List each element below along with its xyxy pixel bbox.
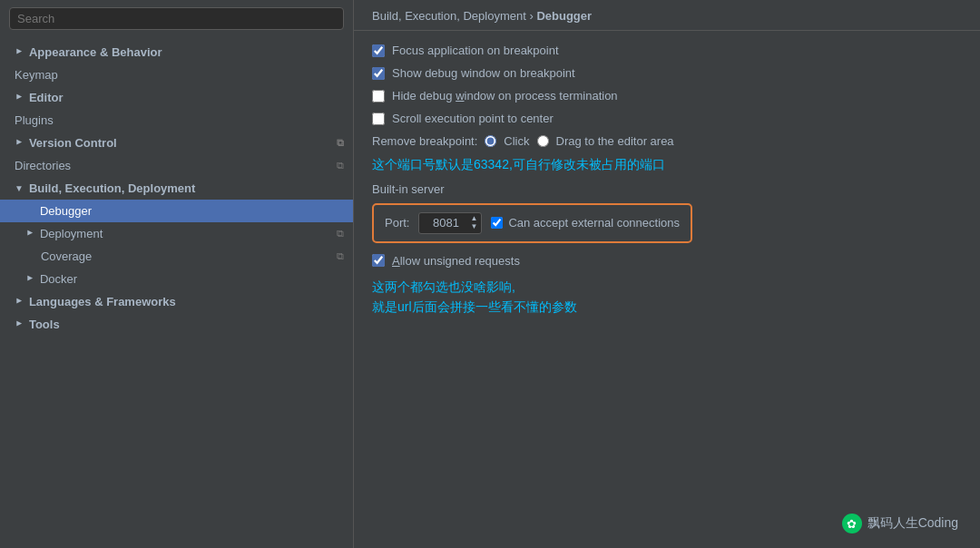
copy-icon: ⧉ bbox=[337, 250, 344, 262]
allow-unsigned-checkbox[interactable] bbox=[372, 254, 385, 267]
port-spinner: ▲ ▼ bbox=[470, 215, 477, 231]
remove-bp-click-radio[interactable] bbox=[485, 135, 496, 147]
sidebar-item-debugger[interactable]: ▼ Debugger bbox=[0, 200, 353, 222]
sidebar-item-deployment[interactable]: ▼ Deployment ⧉ bbox=[0, 222, 353, 245]
checkbox-hide-debug: Hide debug window on process termination bbox=[372, 89, 962, 103]
checkbox-allow-unsigned: Allow unsigned requests bbox=[372, 254, 962, 268]
port-row: Port: ▲ ▼ Can accept external connection… bbox=[372, 203, 692, 243]
search-bar bbox=[0, 0, 353, 37]
arrow-icon: ▼ bbox=[14, 297, 24, 306]
arrow-icon: ▼ bbox=[24, 274, 34, 283]
sidebar-item-appearance[interactable]: ▼ Appearance & Behavior bbox=[0, 41, 353, 64]
can-accept-checkbox[interactable] bbox=[491, 217, 503, 229]
remove-breakpoint-row: Remove breakpoint: Click Drag to the edi… bbox=[372, 134, 962, 148]
hide-debug-checkbox[interactable] bbox=[372, 90, 385, 103]
copy-icon: ⧉ bbox=[337, 228, 344, 240]
arrow-icon: ▼ bbox=[14, 138, 24, 147]
sidebar-item-version-control[interactable]: ▼ Version Control ⧉ bbox=[0, 132, 353, 154]
copy-icon: ⧉ bbox=[337, 160, 344, 171]
watermark: ✿ 飘码人生Coding bbox=[842, 514, 958, 533]
scroll-exec-checkbox[interactable] bbox=[372, 113, 385, 125]
settings-sidebar: ▼ Appearance & Behavior Keymap ▼ Editor … bbox=[0, 0, 354, 548]
port-input[interactable] bbox=[423, 216, 468, 230]
copy-icon: ⧉ bbox=[337, 137, 344, 149]
port-decrement[interactable]: ▼ bbox=[470, 223, 477, 231]
remove-bp-drag-radio[interactable] bbox=[537, 135, 549, 147]
port-input-wrapper: ▲ ▼ bbox=[418, 212, 482, 234]
sidebar-item-tools[interactable]: ▼ Tools bbox=[0, 313, 353, 336]
search-input[interactable] bbox=[9, 7, 344, 30]
sidebar-item-build[interactable]: ▼ Build, Execution, Deployment bbox=[0, 177, 353, 200]
sidebar-item-docker[interactable]: ▼ Docker bbox=[0, 268, 353, 290]
port-label: Port: bbox=[385, 216, 409, 230]
checkbox-focus-app: Focus application on breakpoint bbox=[372, 44, 962, 57]
annotation-url: 这两个都勾选也没啥影响, 就是url后面会拼接一些看不懂的参数 bbox=[372, 277, 962, 318]
settings-content: Build, Execution, Deployment › Debugger … bbox=[354, 0, 980, 548]
focus-app-checkbox[interactable] bbox=[372, 44, 385, 57]
arrow-icon: ▼ bbox=[15, 183, 24, 193]
breadcrumb: Build, Execution, Deployment › Debugger bbox=[354, 0, 980, 31]
nav-list: ▼ Appearance & Behavior Keymap ▼ Editor … bbox=[0, 37, 353, 548]
annotation-port: 这个端口号默认是63342,可自行修改未被占用的端口 bbox=[372, 157, 962, 173]
sidebar-item-keymap[interactable]: Keymap bbox=[0, 64, 353, 86]
sidebar-item-plugins[interactable]: Plugins bbox=[0, 109, 353, 132]
sidebar-item-languages[interactable]: ▼ Languages & Frameworks bbox=[0, 290, 353, 313]
can-accept-label: Can accept external connections bbox=[491, 216, 680, 230]
arrow-icon: ▼ bbox=[24, 229, 34, 238]
arrow-icon: ▼ bbox=[14, 319, 24, 328]
sidebar-item-editor[interactable]: ▼ Editor bbox=[0, 86, 353, 109]
arrow-icon: ▼ bbox=[14, 93, 24, 102]
arrow-icon: ▼ bbox=[14, 47, 24, 56]
checkbox-show-debug: Show debug window on breakpoint bbox=[372, 66, 962, 80]
sidebar-item-coverage[interactable]: ▼ Coverage ⧉ bbox=[0, 245, 353, 268]
checkbox-scroll-exec: Scroll execution point to center bbox=[372, 112, 962, 125]
builtin-server-label: Built-in server bbox=[372, 182, 962, 196]
settings-area: Focus application on breakpoint Show deb… bbox=[354, 31, 980, 548]
wechat-icon: ✿ bbox=[842, 514, 862, 533]
sidebar-item-directories[interactable]: Directories ⧉ bbox=[0, 154, 353, 177]
show-debug-checkbox[interactable] bbox=[372, 67, 385, 80]
